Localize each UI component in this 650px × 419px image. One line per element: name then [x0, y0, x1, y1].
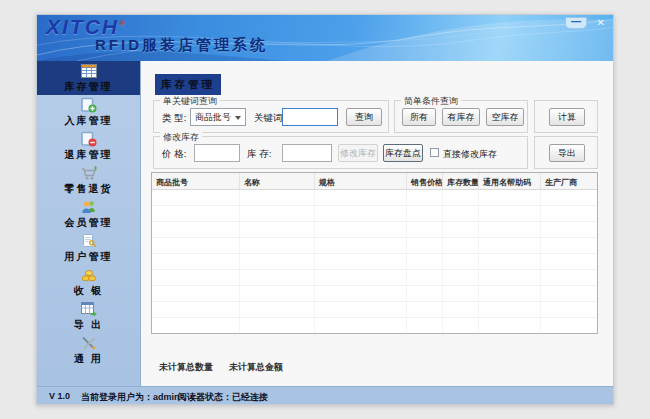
table-cell	[541, 222, 598, 237]
minimize-button[interactable]: —	[565, 17, 587, 29]
sidebar-item-stock-out[interactable]: 退库管理	[37, 129, 140, 163]
sidebar-item-stock-in[interactable]: 入库管理	[37, 95, 140, 129]
export-group: 导出	[534, 136, 598, 169]
table-cell	[407, 238, 443, 253]
table-cell	[315, 318, 407, 333]
table-cell	[443, 318, 479, 333]
table-row[interactable]	[152, 270, 597, 286]
app-title: RFID服装店管理系统	[95, 36, 268, 55]
column-header[interactable]: 商品批号	[152, 173, 240, 189]
column-header[interactable]: 规格	[315, 173, 407, 189]
logged-in-user-label: 当前登录用户为：admin	[81, 391, 180, 404]
stock-out-icon	[80, 131, 97, 147]
table-row[interactable]	[152, 190, 597, 206]
status-bar: V 1.0 当前登录用户为：admin 阅读器状态：已经连接	[37, 386, 613, 404]
table-cell	[407, 302, 443, 317]
table-cell	[240, 286, 315, 301]
table-row[interactable]	[152, 286, 597, 302]
column-header[interactable]: 名称	[240, 173, 315, 189]
sidebar-item-label: 入库管理	[65, 114, 113, 128]
keyword-label: 关键词:	[254, 112, 285, 125]
content-area: 库存管理 单关键词查询 类 型: 商品批号 关键词: 查询 简单条件查询 所有有…	[141, 61, 613, 386]
table-cell	[541, 190, 598, 205]
calculate-button[interactable]: 计算	[549, 108, 585, 126]
filter-button-empty-stock[interactable]: 空库存	[486, 108, 524, 126]
table-row[interactable]	[152, 254, 597, 270]
table-row[interactable]	[152, 206, 597, 222]
logo-text: XITCH	[46, 15, 119, 38]
sidebar-item-general[interactable]: 通 用	[37, 333, 140, 367]
table-cell	[152, 222, 240, 237]
table-cell	[479, 190, 541, 205]
price-label: 价 格:	[162, 148, 186, 161]
column-header[interactable]: 生产厂商	[541, 173, 598, 189]
column-header[interactable]: 通用名帮助码	[479, 173, 541, 189]
sidebar-item-label: 用户管理	[65, 250, 113, 264]
table-cell	[541, 302, 598, 317]
coins-icon	[80, 267, 98, 283]
table-cell	[152, 190, 240, 205]
table-cell	[541, 286, 598, 301]
sidebar-item-export[interactable]: 导 出	[37, 299, 140, 333]
type-select-value: 商品批号	[195, 112, 231, 122]
version-label: V 1.0	[49, 391, 70, 401]
close-button[interactable]: ✕	[597, 17, 605, 28]
table-row[interactable]	[152, 222, 597, 238]
sidebar: 库存管理入库管理退库管理零售退货会员管理用户管理收 银导 出通 用	[37, 61, 141, 386]
table-row[interactable]	[152, 318, 597, 334]
app-window: XITCH® RFID服装店管理系统 — ✕ 库存管理入库管理退库管理零售退货会…	[36, 14, 614, 405]
query-button[interactable]: 查询	[346, 108, 382, 126]
table-cell	[443, 190, 479, 205]
sidebar-item-cashier[interactable]: 收 银	[37, 265, 140, 299]
keyword-query-group: 单关键词查询 类 型: 商品批号 关键词: 查询	[153, 100, 389, 133]
sidebar-item-inventory[interactable]: 库存管理	[37, 61, 140, 95]
filter-button-has-stock[interactable]: 有库存	[442, 108, 480, 126]
modify-stock-button[interactable]: 修改库存	[338, 144, 378, 162]
group-title: 单关键词查询	[160, 95, 220, 108]
sidebar-item-label: 零售退货	[65, 182, 113, 196]
tab-inventory[interactable]: 库存管理	[155, 74, 221, 95]
table-cell	[443, 238, 479, 253]
table-cell	[315, 286, 407, 301]
direct-modify-label: 直接修改库存	[443, 148, 497, 161]
members-icon	[80, 199, 98, 215]
table-cell	[407, 222, 443, 237]
table-body	[152, 190, 597, 334]
table-cell	[479, 254, 541, 269]
total-amount-status: 未计算总金额	[229, 361, 283, 374]
export-button[interactable]: 导出	[549, 144, 585, 162]
table-cell	[479, 286, 541, 301]
table-cell	[152, 286, 240, 301]
calc-group: 计算	[534, 100, 598, 133]
filter-button-all[interactable]: 所有	[402, 108, 436, 126]
table-cell	[541, 206, 598, 221]
cart-icon	[80, 165, 98, 181]
table-row[interactable]	[152, 238, 597, 254]
price-input[interactable]	[194, 144, 240, 162]
sidebar-item-label: 退库管理	[65, 148, 113, 162]
table-cell	[240, 238, 315, 253]
column-header[interactable]: 库存数量	[443, 173, 479, 189]
keyword-input[interactable]	[282, 108, 338, 126]
table-cell	[152, 206, 240, 221]
sidebar-item-label: 通 用	[74, 352, 103, 366]
table-cell	[541, 254, 598, 269]
sidebar-item-retail-return[interactable]: 零售退货	[37, 163, 140, 197]
type-select[interactable]: 商品批号	[190, 108, 246, 126]
table-cell	[479, 222, 541, 237]
table-cell	[315, 206, 407, 221]
stock-input[interactable]	[282, 144, 332, 162]
stocktake-button[interactable]: 库存盘点	[383, 144, 423, 162]
table-row[interactable]	[152, 302, 597, 318]
sidebar-item-users[interactable]: 用户管理	[37, 231, 140, 265]
table-cell	[315, 302, 407, 317]
column-header[interactable]: 销售价格	[407, 173, 443, 189]
sidebar-item-label: 导 出	[74, 318, 103, 332]
tools-icon	[80, 335, 98, 351]
table-cell	[443, 254, 479, 269]
sidebar-item-members[interactable]: 会员管理	[37, 197, 140, 231]
direct-modify-checkbox[interactable]	[430, 148, 439, 157]
table-cell	[315, 270, 407, 285]
group-title: 简单条件查询	[401, 95, 461, 108]
table-export-icon	[80, 301, 98, 317]
